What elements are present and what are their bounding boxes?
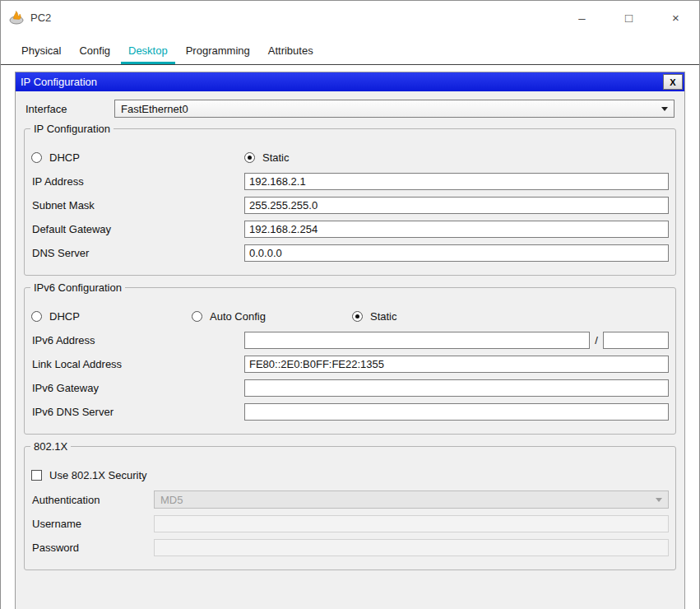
default-gateway-row: Default Gateway bbox=[31, 221, 669, 238]
window-titlebar: PC2 – □ × bbox=[1, 1, 699, 34]
dialog-title: IP Configuration bbox=[21, 76, 97, 88]
interface-label: Interface bbox=[25, 103, 114, 115]
username-label: Username bbox=[31, 518, 154, 530]
tab-bar: Physical Config Desktop Programming Attr… bbox=[1, 34, 699, 65]
close-button[interactable]: × bbox=[652, 1, 699, 34]
ipv6-prefix-field[interactable] bbox=[603, 332, 669, 349]
app-window: PC2 – □ × Physical Config Desktop Progra… bbox=[0, 0, 700, 609]
window-title: PC2 bbox=[30, 12, 51, 24]
dot1x-group-title: 802.1X bbox=[30, 440, 71, 453]
link-local-address-row: Link Local Address bbox=[31, 356, 669, 373]
default-gateway-label: Default Gateway bbox=[31, 223, 244, 235]
authentication-row: Authentication MD5 bbox=[31, 490, 669, 509]
link-local-address-field[interactable] bbox=[244, 356, 669, 373]
interface-selected-value: FastEthernet0 bbox=[121, 103, 188, 115]
ip-address-field[interactable] bbox=[244, 173, 669, 190]
dns-server-field[interactable] bbox=[244, 244, 669, 262]
username-field bbox=[154, 515, 669, 532]
tab-physical[interactable]: Physical bbox=[12, 37, 70, 64]
authentication-label: Authentication bbox=[31, 494, 154, 506]
ipv6-address-field[interactable] bbox=[244, 332, 590, 349]
subnet-mask-row: Subnet Mask bbox=[31, 197, 669, 214]
checkbox-icon bbox=[31, 470, 42, 481]
ipv6-static-radio[interactable]: Static bbox=[352, 310, 397, 323]
link-local-address-label: Link Local Address bbox=[31, 358, 244, 370]
tab-content: IP Configuration X Interface FastEtherne… bbox=[1, 65, 699, 609]
ipv6-mode-row: DHCP Auto Config Static bbox=[31, 308, 669, 325]
app-icon bbox=[8, 10, 25, 25]
ip-configuration-group-title: IP Configuration bbox=[30, 123, 114, 135]
ipv6-dns-server-row: IPv6 DNS Server bbox=[31, 403, 669, 421]
ipv6-configuration-group-title: IPv6 Configuration bbox=[30, 281, 125, 294]
radio-icon bbox=[192, 311, 202, 322]
ip-static-radio[interactable]: Static bbox=[244, 151, 290, 164]
username-row: Username bbox=[31, 515, 669, 532]
default-gateway-field[interactable] bbox=[244, 221, 669, 238]
radio-icon bbox=[31, 152, 42, 163]
ipv6-configuration-group: IPv6 Configuration DHCP Auto Config bbox=[24, 287, 676, 435]
tab-attributes[interactable]: Attributes bbox=[259, 37, 322, 64]
dialog-close-button[interactable]: X bbox=[663, 74, 683, 90]
subnet-mask-label: Subnet Mask bbox=[31, 199, 244, 212]
ip-static-label: Static bbox=[262, 151, 290, 164]
dialog-titlebar: IP Configuration X bbox=[16, 72, 684, 91]
window-controls: – □ × bbox=[559, 1, 699, 34]
dns-server-label: DNS Server bbox=[31, 247, 244, 259]
use-8021x-row: Use 802.1X Security bbox=[31, 467, 669, 484]
dns-server-row: DNS Server bbox=[31, 244, 669, 262]
ipv6-auto-config-radio[interactable]: Auto Config bbox=[192, 310, 352, 323]
ipv6-static-label: Static bbox=[370, 310, 397, 323]
ip-address-row: IP Address bbox=[31, 173, 669, 190]
chevron-down-icon bbox=[661, 107, 668, 111]
ipv6-auto-config-label: Auto Config bbox=[210, 310, 266, 323]
tab-config[interactable]: Config bbox=[70, 37, 119, 64]
ipv6-gateway-field[interactable] bbox=[244, 379, 669, 397]
ipv6-address-label: IPv6 Address bbox=[31, 334, 244, 346]
ip-configuration-group: IP Configuration DHCP Static IP Address bbox=[24, 128, 676, 276]
password-label: Password bbox=[31, 542, 154, 554]
ip-dhcp-radio[interactable]: DHCP bbox=[31, 151, 244, 164]
interface-row: Interface FastEthernet0 bbox=[24, 97, 676, 120]
ipv6-dhcp-radio[interactable]: DHCP bbox=[31, 310, 192, 323]
radio-icon bbox=[31, 311, 42, 322]
minimize-button[interactable]: – bbox=[559, 1, 605, 34]
dot1x-group: 802.1X Use 802.1X Security Authenticatio… bbox=[24, 446, 676, 570]
tab-programming[interactable]: Programming bbox=[177, 37, 259, 64]
dialog-body: Interface FastEthernet0 IP Configuration… bbox=[16, 91, 684, 609]
use-8021x-label: Use 802.1X Security bbox=[49, 469, 147, 481]
ip-address-label: IP Address bbox=[31, 175, 244, 188]
authentication-selected-value: MD5 bbox=[160, 494, 183, 506]
interface-select[interactable]: FastEthernet0 bbox=[114, 100, 675, 118]
chevron-down-icon bbox=[656, 498, 662, 502]
radio-icon bbox=[244, 152, 255, 163]
authentication-select: MD5 bbox=[154, 490, 669, 509]
ipv6-prefix-separator: / bbox=[590, 334, 603, 346]
ipv6-gateway-label: IPv6 Gateway bbox=[31, 382, 244, 394]
ip-mode-row: DHCP Static bbox=[31, 149, 669, 166]
ip-dhcp-label: DHCP bbox=[49, 151, 80, 164]
ipv6-dns-server-field[interactable] bbox=[244, 403, 669, 421]
tab-desktop[interactable]: Desktop bbox=[119, 37, 177, 64]
ipv6-address-row: IPv6 Address / bbox=[31, 332, 669, 349]
ipv6-dns-server-label: IPv6 DNS Server bbox=[31, 406, 244, 418]
ipv6-dhcp-label: DHCP bbox=[49, 310, 80, 323]
use-8021x-checkbox[interactable]: Use 802.1X Security bbox=[31, 469, 147, 481]
maximize-button[interactable]: □ bbox=[605, 1, 652, 34]
password-row: Password bbox=[31, 539, 669, 556]
ipv6-gateway-row: IPv6 Gateway bbox=[31, 379, 669, 397]
radio-icon bbox=[352, 311, 363, 322]
subnet-mask-field[interactable] bbox=[244, 197, 669, 214]
password-field bbox=[154, 539, 669, 556]
ip-configuration-dialog: IP Configuration X Interface FastEtherne… bbox=[15, 72, 685, 609]
